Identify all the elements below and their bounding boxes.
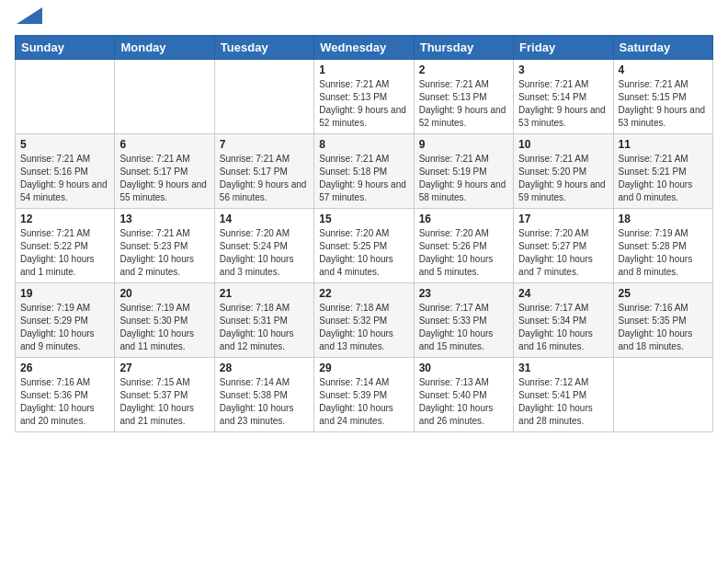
calendar-day-header: Friday [514,36,613,60]
day-number: 16 [419,213,508,225]
day-number: 25 [619,287,708,300]
day-number: 15 [319,213,408,225]
calendar-table: SundayMondayTuesdayWednesdayThursdayFrid… [15,35,713,432]
calendar-cell: 29Sunrise: 7:14 AM Sunset: 5:39 PM Dayli… [314,358,414,432]
day-info: Sunrise: 7:17 AM Sunset: 5:34 PM Dayligh… [518,302,608,353]
calendar-cell: 16Sunrise: 7:20 AM Sunset: 5:26 PM Dayli… [414,209,513,283]
calendar-cell: 18Sunrise: 7:19 AM Sunset: 5:28 PM Dayli… [613,209,712,283]
day-info: Sunrise: 7:21 AM Sunset: 5:17 PM Dayligh… [119,153,209,204]
logo [15,15,42,24]
calendar-cell: 27Sunrise: 7:15 AM Sunset: 5:37 PM Dayli… [115,358,214,432]
calendar-cell: 13Sunrise: 7:21 AM Sunset: 5:23 PM Dayli… [115,209,214,283]
day-number: 7 [220,138,309,151]
day-number: 2 [419,63,508,76]
calendar-cell: 25Sunrise: 7:16 AM Sunset: 5:35 PM Dayli… [613,283,712,358]
day-number: 11 [619,138,708,151]
calendar-day-header: Tuesday [214,36,313,60]
calendar-day-header: Wednesday [314,36,414,60]
day-number: 18 [619,213,708,225]
calendar-cell: 6Sunrise: 7:21 AM Sunset: 5:17 PM Daylig… [115,134,214,209]
day-number: 31 [518,362,608,374]
day-info: Sunrise: 7:21 AM Sunset: 5:14 PM Dayligh… [518,78,608,130]
day-number: 4 [619,63,708,76]
calendar-cell: 9Sunrise: 7:21 AM Sunset: 5:19 PM Daylig… [414,134,513,209]
calendar-week-row: 12Sunrise: 7:21 AM Sunset: 5:22 PM Dayli… [16,209,713,283]
calendar-cell: 15Sunrise: 7:20 AM Sunset: 5:25 PM Dayli… [314,209,414,283]
day-info: Sunrise: 7:21 AM Sunset: 5:18 PM Dayligh… [319,153,408,204]
day-info: Sunrise: 7:21 AM Sunset: 5:15 PM Dayligh… [619,78,708,130]
calendar-cell: 3Sunrise: 7:21 AM Sunset: 5:14 PM Daylig… [514,60,613,134]
page-header [15,15,713,24]
calendar-cell: 23Sunrise: 7:17 AM Sunset: 5:33 PM Dayli… [414,283,513,358]
calendar-header-row: SundayMondayTuesdayWednesdayThursdayFrid… [16,36,713,60]
calendar-cell [115,60,214,134]
calendar-cell: 8Sunrise: 7:21 AM Sunset: 5:18 PM Daylig… [314,134,414,209]
calendar-cell [613,358,712,432]
calendar-cell: 20Sunrise: 7:19 AM Sunset: 5:30 PM Dayli… [115,283,214,358]
day-number: 17 [518,213,608,225]
calendar-day-header: Thursday [414,36,513,60]
day-info: Sunrise: 7:21 AM Sunset: 5:13 PM Dayligh… [419,78,508,130]
day-number: 3 [518,63,608,76]
day-info: Sunrise: 7:18 AM Sunset: 5:32 PM Dayligh… [319,302,408,353]
calendar-cell: 26Sunrise: 7:16 AM Sunset: 5:36 PM Dayli… [16,358,115,432]
day-number: 30 [419,362,508,374]
calendar-cell: 7Sunrise: 7:21 AM Sunset: 5:17 PM Daylig… [214,134,313,209]
day-number: 1 [319,63,408,76]
day-info: Sunrise: 7:16 AM Sunset: 5:36 PM Dayligh… [20,376,109,428]
day-info: Sunrise: 7:21 AM Sunset: 5:20 PM Dayligh… [518,153,608,204]
calendar-cell: 30Sunrise: 7:13 AM Sunset: 5:40 PM Dayli… [414,358,513,432]
day-info: Sunrise: 7:12 AM Sunset: 5:41 PM Dayligh… [518,376,608,428]
day-info: Sunrise: 7:19 AM Sunset: 5:30 PM Dayligh… [119,302,209,353]
calendar-cell: 4Sunrise: 7:21 AM Sunset: 5:15 PM Daylig… [613,60,712,134]
calendar-cell: 14Sunrise: 7:20 AM Sunset: 5:24 PM Dayli… [214,209,313,283]
day-number: 20 [119,287,209,300]
day-number: 12 [20,213,109,225]
calendar-cell: 28Sunrise: 7:14 AM Sunset: 5:38 PM Dayli… [214,358,313,432]
calendar-cell: 11Sunrise: 7:21 AM Sunset: 5:21 PM Dayli… [613,134,712,209]
calendar-cell: 12Sunrise: 7:21 AM Sunset: 5:22 PM Dayli… [16,209,115,283]
day-number: 24 [518,287,608,300]
day-number: 21 [220,287,309,300]
logo-icon [17,7,42,24]
day-number: 23 [419,287,508,300]
calendar-week-row: 19Sunrise: 7:19 AM Sunset: 5:29 PM Dayli… [16,283,713,358]
day-number: 26 [20,362,109,374]
day-info: Sunrise: 7:14 AM Sunset: 5:38 PM Dayligh… [220,376,309,428]
day-number: 28 [220,362,309,374]
day-info: Sunrise: 7:16 AM Sunset: 5:35 PM Dayligh… [619,302,708,353]
day-info: Sunrise: 7:19 AM Sunset: 5:28 PM Dayligh… [619,227,708,279]
calendar-cell: 31Sunrise: 7:12 AM Sunset: 5:41 PM Dayli… [514,358,613,432]
calendar-cell [214,60,313,134]
day-number: 14 [220,213,309,225]
day-info: Sunrise: 7:20 AM Sunset: 5:24 PM Dayligh… [220,227,309,279]
calendar-cell: 5Sunrise: 7:21 AM Sunset: 5:16 PM Daylig… [16,134,115,209]
calendar-day-header: Monday [115,36,214,60]
day-number: 6 [119,138,209,151]
calendar-cell: 1Sunrise: 7:21 AM Sunset: 5:13 PM Daylig… [314,60,414,134]
day-info: Sunrise: 7:21 AM Sunset: 5:21 PM Dayligh… [619,153,708,204]
calendar-week-row: 1Sunrise: 7:21 AM Sunset: 5:13 PM Daylig… [16,60,713,134]
day-number: 5 [20,138,109,151]
calendar-cell: 21Sunrise: 7:18 AM Sunset: 5:31 PM Dayli… [214,283,313,358]
calendar-cell [16,60,115,134]
day-info: Sunrise: 7:20 AM Sunset: 5:27 PM Dayligh… [518,227,608,279]
day-info: Sunrise: 7:21 AM Sunset: 5:17 PM Dayligh… [220,153,309,204]
day-number: 22 [319,287,408,300]
day-info: Sunrise: 7:20 AM Sunset: 5:26 PM Dayligh… [419,227,508,279]
day-info: Sunrise: 7:21 AM Sunset: 5:23 PM Dayligh… [119,227,209,279]
day-info: Sunrise: 7:21 AM Sunset: 5:19 PM Dayligh… [419,153,508,204]
calendar-cell: 10Sunrise: 7:21 AM Sunset: 5:20 PM Dayli… [514,134,613,209]
calendar-week-row: 5Sunrise: 7:21 AM Sunset: 5:16 PM Daylig… [16,134,713,209]
day-info: Sunrise: 7:14 AM Sunset: 5:39 PM Dayligh… [319,376,408,428]
calendar-cell: 17Sunrise: 7:20 AM Sunset: 5:27 PM Dayli… [514,209,613,283]
day-info: Sunrise: 7:21 AM Sunset: 5:13 PM Dayligh… [319,78,408,130]
calendar-cell: 22Sunrise: 7:18 AM Sunset: 5:32 PM Dayli… [314,283,414,358]
day-info: Sunrise: 7:20 AM Sunset: 5:25 PM Dayligh… [319,227,408,279]
day-info: Sunrise: 7:15 AM Sunset: 5:37 PM Dayligh… [119,376,209,428]
day-info: Sunrise: 7:17 AM Sunset: 5:33 PM Dayligh… [419,302,508,353]
day-number: 10 [518,138,608,151]
calendar-cell: 2Sunrise: 7:21 AM Sunset: 5:13 PM Daylig… [414,60,513,134]
day-info: Sunrise: 7:21 AM Sunset: 5:16 PM Dayligh… [20,153,109,204]
day-info: Sunrise: 7:19 AM Sunset: 5:29 PM Dayligh… [20,302,109,353]
